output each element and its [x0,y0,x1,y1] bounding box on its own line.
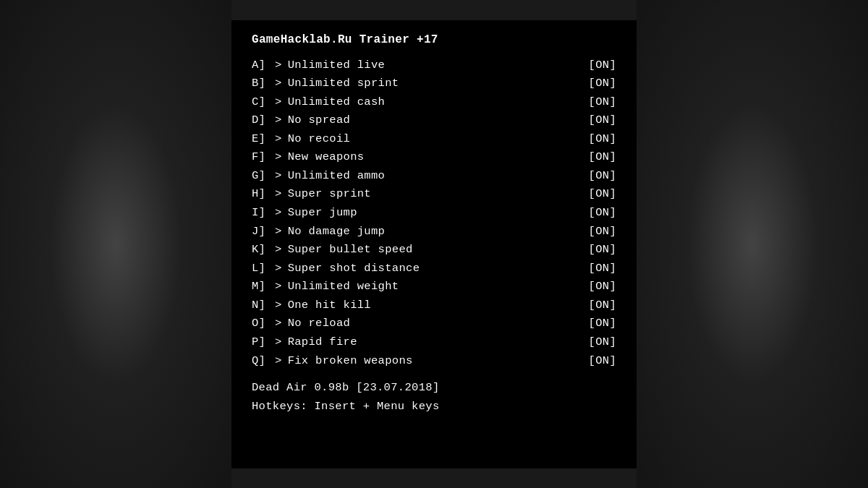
menu-item[interactable]: E]>No recoil[ON] [252,130,616,149]
status-badge: [ON] [589,223,616,241]
status-badge: [ON] [589,352,616,371]
hotkey-label: B] [252,74,272,93]
status-badge: [ON] [589,241,616,260]
feature-name: Super shot distance [288,260,447,278]
menu-list: A]>Unlimited live[ON]B]>Unlimited sprint… [252,56,616,371]
menu-item[interactable]: H]>Super sprint[ON] [252,185,616,204]
arrow-icon: > [275,111,282,130]
status-badge: [ON] [589,314,616,333]
feature-name: Super sprint [288,185,447,204]
menu-item[interactable]: N]>One hit kill[ON] [252,296,616,315]
status-badge: [ON] [589,333,616,352]
feature-name: No spread [288,111,447,130]
hotkey-label: K] [252,241,272,260]
arrow-icon: > [275,56,282,75]
arrow-icon: > [275,130,282,149]
feature-name: Fix broken weapons [288,352,447,371]
status-badge: [ON] [589,111,616,130]
arrow-icon: > [275,296,282,315]
feature-name: No recoil [288,130,447,149]
arrow-icon: > [275,93,282,112]
hotkey-label: Q] [252,352,272,371]
status-badge: [ON] [589,167,616,186]
hotkey-label: I] [252,204,272,223]
menu-item[interactable]: K]>Super bullet speed[ON] [252,241,616,260]
status-badge: [ON] [589,296,616,315]
feature-name: Super bullet speed [288,241,447,260]
feature-name: Rapid fire [288,333,447,352]
status-badge: [ON] [589,204,616,223]
arrow-icon: > [275,223,282,241]
feature-name: Unlimited sprint [288,74,447,93]
arrow-icon: > [275,260,282,278]
arrow-icon: > [275,333,282,352]
status-badge: [ON] [589,260,616,278]
status-badge: [ON] [589,148,616,167]
arrow-icon: > [275,74,282,93]
menu-item[interactable]: B]>Unlimited sprint[ON] [252,74,616,93]
menu-item[interactable]: Q]>Fix broken weapons[ON] [252,352,616,371]
hotkey-label: J] [252,223,272,241]
feature-name: Unlimited cash [288,93,447,112]
menu-item[interactable]: F]>New weapons[ON] [252,148,616,167]
arrow-icon: > [275,148,282,167]
feature-name: New weapons [288,148,447,167]
arrow-icon: > [275,278,282,296]
hotkey-label: N] [252,296,272,315]
menu-item[interactable]: M]>Unlimited weight[ON] [252,278,616,296]
hotkey-label: A] [252,56,272,75]
hotkey-label: O] [252,314,272,333]
arrow-icon: > [275,185,282,204]
hotkey-label: L] [252,260,272,278]
status-badge: [ON] [589,185,616,204]
arrow-icon: > [275,241,282,260]
arrow-icon: > [275,204,282,223]
feature-name: No reload [288,314,447,333]
feature-name: Unlimited ammo [288,167,447,186]
menu-item[interactable]: A]>Unlimited live[ON] [252,56,616,75]
menu-item[interactable]: L]>Super shot distance[ON] [252,260,616,278]
footer: Dead Air 0.98b [23.07.2018] Hotkeys: Ins… [252,379,616,416]
feature-name: Super jump [288,204,447,223]
menu-item[interactable]: O]>No reload[ON] [252,314,616,333]
feature-name: Unlimited live [288,56,447,75]
menu-item[interactable]: P]>Rapid fire[ON] [252,333,616,352]
hotkey-label: M] [252,278,272,296]
status-badge: [ON] [589,74,616,93]
menu-item[interactable]: D]>No spread[ON] [252,111,616,130]
status-badge: [ON] [589,130,616,149]
hotkey-label: P] [252,333,272,352]
feature-name: One hit kill [288,296,447,315]
hotkey-label: D] [252,111,272,130]
menu-item[interactable]: I]>Super jump[ON] [252,204,616,223]
hotkey-label: H] [252,185,272,204]
trainer-title: GameHacklab.Ru Trainer +17 [252,33,616,46]
footer-line1: Dead Air 0.98b [23.07.2018] [252,379,616,398]
hotkey-label: G] [252,167,272,186]
arrow-icon: > [275,314,282,333]
trainer-window: GameHacklab.Ru Trainer +17 A]>Unlimited … [231,20,637,468]
arrow-icon: > [275,352,282,371]
hotkey-label: F] [252,148,272,167]
menu-item[interactable]: C]>Unlimited cash[ON] [252,93,616,112]
menu-item[interactable]: J]>No damage jump[ON] [252,223,616,241]
status-badge: [ON] [589,93,616,112]
status-badge: [ON] [589,56,616,75]
feature-name: No damage jump [288,223,447,241]
status-badge: [ON] [589,278,616,296]
footer-line2: Hotkeys: Insert + Menu keys [252,398,616,416]
menu-item[interactable]: G]>Unlimited ammo[ON] [252,167,616,186]
arrow-icon: > [275,167,282,186]
hotkey-label: C] [252,93,272,112]
hotkey-label: E] [252,130,272,149]
feature-name: Unlimited weight [288,278,447,296]
